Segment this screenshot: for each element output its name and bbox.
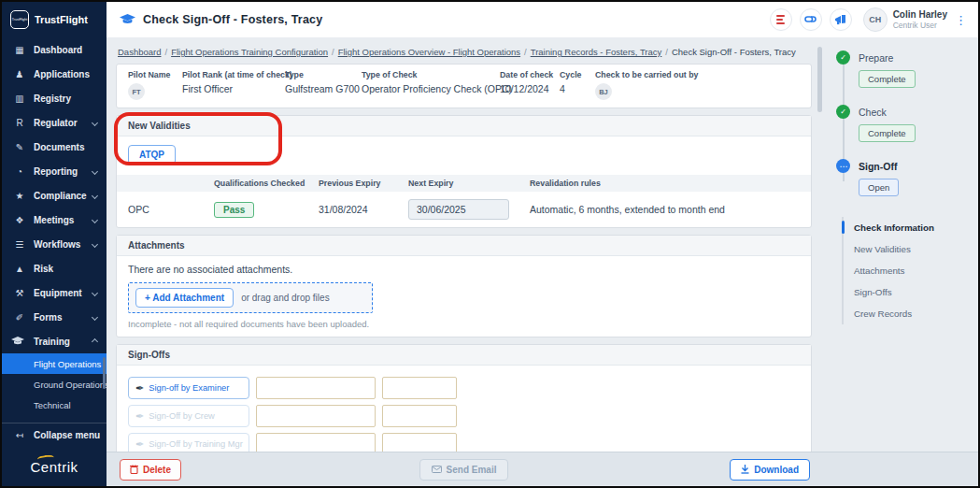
sidebar-subitem-flight-operations[interactable]: Flight Operations bbox=[2, 353, 107, 374]
footer-action-bar: Delete Send Email Download bbox=[107, 452, 978, 486]
sidebar-item-equipment[interactable]: ⚒ Equipment bbox=[2, 280, 107, 305]
pen-icon: ✒ bbox=[135, 410, 144, 423]
check-information-card: Pilot Name FT Pilot Rank (at time of che… bbox=[116, 64, 812, 108]
next-expiry-input[interactable]: 30/06/2025 bbox=[408, 199, 509, 220]
pilot-rank-value: First Officer bbox=[182, 83, 285, 94]
signature-field[interactable] bbox=[256, 433, 376, 452]
user-avatar: CH bbox=[863, 7, 888, 32]
chevron-down-icon bbox=[92, 313, 98, 320]
qualification-row: OPC Pass 31/08/2024 30/06/2025 Automatic… bbox=[117, 192, 811, 227]
breadcrumb-link-dashboard[interactable]: Dashboard bbox=[118, 47, 161, 57]
check-status-badge[interactable]: Complete bbox=[859, 124, 916, 142]
chevron-down-icon bbox=[92, 289, 98, 295]
brand-name: TrustFlight bbox=[35, 14, 88, 25]
sidebar-subitem-technical[interactable]: Technical bbox=[2, 395, 107, 413]
announcements-button[interactable] bbox=[830, 8, 852, 31]
sidebar-item-reporting[interactable]: ◔ Reporting bbox=[2, 159, 107, 183]
section-link-new-validities[interactable]: New Validities bbox=[854, 238, 971, 260]
breadcrumb-current: Check Sign-Off - Fosters, Tracy bbox=[672, 47, 796, 57]
kebab-menu-icon[interactable]: ⋮ bbox=[955, 13, 967, 27]
sidebar-item-workflows[interactable]: ☰ Workflows bbox=[2, 232, 107, 256]
reporting-icon: ◔ bbox=[11, 166, 28, 177]
step-check: ✓ Check Complete bbox=[836, 105, 971, 155]
sidebar-item-documents[interactable]: ✎ Documents bbox=[2, 135, 107, 159]
sign-off-examiner-button[interactable]: ✒ Sign-off by Examiner bbox=[128, 377, 249, 399]
collapse-menu-button[interactable]: ↤ Collapse menu bbox=[2, 423, 107, 447]
plus-icon: + bbox=[145, 293, 150, 303]
sidebar-item-regulator[interactable]: R Regulator bbox=[2, 110, 107, 135]
atqp-button[interactable]: ATQP bbox=[128, 145, 176, 165]
sidebar-subitem-ground-operations[interactable]: Ground Operations bbox=[2, 374, 107, 395]
send-email-button[interactable]: Send Email bbox=[419, 459, 509, 481]
delete-button[interactable]: Delete bbox=[120, 459, 181, 481]
tasks-button[interactable] bbox=[770, 8, 792, 31]
registry-icon: ▥ bbox=[11, 93, 28, 104]
sign-off-crew-button[interactable]: ✒ Sign-Off by Crew bbox=[128, 405, 249, 427]
signoff-row-crew: ✒ Sign-Off by Crew bbox=[128, 405, 800, 427]
progress-rail: ✓ Prepare Complete ✓ Check Complete ⋯ Si bbox=[823, 37, 978, 452]
chevron-down-icon bbox=[92, 192, 98, 198]
megaphone-icon bbox=[835, 15, 846, 25]
chevron-down-icon bbox=[92, 216, 98, 222]
training-icon bbox=[11, 337, 28, 346]
signature-field[interactable] bbox=[256, 405, 376, 427]
prepare-status-badge[interactable]: Complete bbox=[859, 70, 916, 88]
signature-date-field[interactable] bbox=[382, 433, 457, 452]
link-button[interactable] bbox=[800, 8, 822, 31]
pen-icon: ✒ bbox=[135, 438, 144, 451]
signature-date-field[interactable] bbox=[382, 405, 457, 427]
applications-icon: ♟ bbox=[11, 69, 28, 79]
previous-expiry-value: 31/08/2024 bbox=[319, 196, 408, 222]
page-body: Dashboard/Flight Operations Training Con… bbox=[107, 37, 978, 452]
link-icon bbox=[804, 16, 817, 23]
step-in-progress-icon: ⋯ bbox=[836, 159, 850, 173]
sidebar-item-forms[interactable]: ✐ Forms bbox=[2, 305, 107, 329]
content-scrollbar[interactable] bbox=[816, 37, 823, 452]
step-prepare: ✓ Prepare Complete bbox=[836, 50, 971, 101]
no-attachments-text: There are no associated attachments. bbox=[128, 264, 800, 275]
sidebar-item-risk[interactable]: ▲ Risk bbox=[2, 256, 107, 280]
pass-badge[interactable]: Pass bbox=[214, 202, 254, 218]
section-link-crew-records[interactable]: Crew Records bbox=[854, 303, 971, 324]
cycle-value: 4 bbox=[560, 83, 595, 94]
trustflight-logo-icon: TrustFlight bbox=[10, 10, 29, 29]
sign-offs-card: Sign-Offs ✒ Sign-off by Examiner bbox=[116, 344, 812, 452]
main-area: Check Sign-Off - Fosters, Tracy CH Colin… bbox=[107, 2, 978, 486]
drag-drop-hint: or drag and drop files bbox=[241, 293, 330, 303]
breadcrumb-link-training-records[interactable]: Training Records - Fosters, Tracy bbox=[531, 47, 662, 57]
add-attachment-button[interactable]: + Add Attachment bbox=[135, 288, 234, 308]
check-type-value: Operator Proficiency Check (OPC) bbox=[362, 83, 500, 94]
user-name: Colin Harley bbox=[893, 9, 947, 21]
envelope-icon bbox=[432, 466, 442, 473]
attachment-dropzone[interactable]: + Add Attachment or drag and drop files bbox=[128, 282, 373, 313]
section-link-check-information[interactable]: Check Information bbox=[854, 217, 971, 238]
section-link-attachments[interactable]: Attachments bbox=[854, 260, 971, 281]
sidebar-item-applications[interactable]: ♟ Applications bbox=[2, 62, 107, 86]
breadcrumb-link-training-config[interactable]: Flight Operations Training Configuration bbox=[171, 47, 328, 57]
section-link-sign-offs[interactable]: Sign-Offs bbox=[854, 281, 971, 303]
breadcrumb-link-flight-ops-overview[interactable]: Flight Operations Overview - Flight Oper… bbox=[338, 47, 520, 57]
download-button[interactable]: Download bbox=[730, 459, 810, 481]
signature-field[interactable] bbox=[256, 377, 376, 399]
signoff-row-training-mgr: ✒ Sign-Off by Training Mgr bbox=[128, 433, 800, 452]
user-menu[interactable]: CH Colin Harley Centrik User ⋮ bbox=[863, 7, 967, 32]
sidebar-item-registry[interactable]: ▥ Registry bbox=[2, 86, 107, 110]
red-list-icon bbox=[776, 15, 785, 24]
dashboard-icon: ▦ bbox=[11, 45, 28, 55]
revalidation-rules-value: Automatic, 6 months, extended to month e… bbox=[530, 196, 800, 222]
top-bar: Check Sign-Off - Fosters, Tracy CH Colin… bbox=[107, 2, 978, 37]
sidebar-item-training[interactable]: Training bbox=[2, 329, 107, 353]
sign-off-status-badge[interactable]: Open bbox=[859, 179, 899, 196]
check-date-value: 10/12/2024 bbox=[500, 83, 560, 94]
signature-date-field[interactable] bbox=[382, 377, 457, 399]
sidebar: TrustFlight TrustFlight ▦ Dashboard ♟ Ap… bbox=[2, 2, 107, 486]
sidebar-item-dashboard[interactable]: ▦ Dashboard bbox=[2, 37, 107, 62]
content-column: Dashboard/Flight Operations Training Con… bbox=[107, 37, 816, 452]
incomplete-warning: Incomplete - not all required documents … bbox=[128, 319, 800, 329]
sign-off-training-mgr-button[interactable]: ✒ Sign-Off by Training Mgr bbox=[128, 433, 249, 452]
brand-logo[interactable]: TrustFlight TrustFlight bbox=[2, 2, 107, 37]
sidebar-item-compliance[interactable]: ★ Compliance bbox=[2, 183, 107, 208]
qualifications-table-header: Qualifications Checked Previous Expiry N… bbox=[117, 175, 811, 192]
submenu-scrollbar[interactable] bbox=[103, 357, 106, 389]
sidebar-item-meetings[interactable]: ❖ Meetings bbox=[2, 208, 107, 232]
